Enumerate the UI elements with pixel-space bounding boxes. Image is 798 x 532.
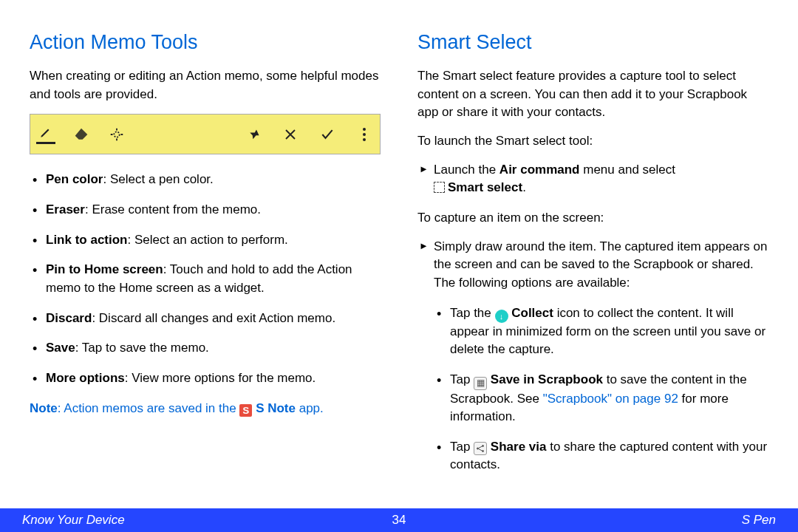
collect-icon: ↓ <box>495 310 508 323</box>
capture-step: Simply draw around the item. The capture… <box>417 238 768 474</box>
list-item: Save: Tap to save the memo. <box>30 339 381 358</box>
pin-icon <box>244 125 263 144</box>
svg-point-2 <box>363 133 366 136</box>
list-item: Discard: Discard all changes and exit Ac… <box>30 310 381 328</box>
list-item: Link to action: Select an action to perf… <box>30 231 381 250</box>
action-memo-list: Pen color: Select a pen color. Eraser: E… <box>30 171 381 387</box>
footer-page-number: 34 <box>392 511 406 530</box>
intro-left: When creating or editing an Action memo,… <box>30 67 381 103</box>
discard-icon <box>281 125 300 144</box>
footer-left: Know Your Device <box>22 511 125 530</box>
scrapbook-link[interactable]: "Scrapbook" on page 92 <box>543 392 678 406</box>
right-column: Smart Select The Smart select feature pr… <box>417 28 768 508</box>
svg-point-4 <box>477 448 479 449</box>
eraser-icon <box>72 125 91 144</box>
more-options-icon <box>355 125 374 144</box>
intro-right: The Smart select feature provides a capt… <box>417 67 768 122</box>
launch-step: Launch the Air command menu and select S… <box>417 161 768 197</box>
left-column: Action Memo Tools When creating or editi… <box>30 28 381 508</box>
smart-select-icon <box>434 182 445 193</box>
list-item: More options: View more options for the … <box>30 369 381 388</box>
svg-point-3 <box>363 138 366 141</box>
list-item: Tap ▦ Save in Scrapbook to save the cont… <box>434 371 768 426</box>
svg-point-0 <box>114 132 119 137</box>
action-memo-toolbar <box>30 114 381 154</box>
capture-label: To capture an item on the screen: <box>417 209 768 228</box>
note-line: Note: Action memos are saved in the S S … <box>30 400 381 418</box>
heading-action-memo: Action Memo Tools <box>30 28 381 57</box>
share-icon <box>474 442 487 455</box>
s-note-icon: S <box>239 404 252 417</box>
svg-point-5 <box>482 445 484 446</box>
link-to-action-icon <box>107 125 126 144</box>
heading-smart-select: Smart Select <box>417 28 768 57</box>
svg-point-1 <box>363 128 366 131</box>
pen-icon <box>36 125 55 144</box>
svg-point-6 <box>482 450 484 451</box>
save-scrapbook-icon: ▦ <box>474 377 487 390</box>
launch-label: To launch the Smart select tool: <box>417 132 768 151</box>
list-item: Tap the ↓ Collect icon to collect the co… <box>434 304 768 359</box>
list-item: Pen color: Select a pen color. <box>30 171 381 189</box>
save-icon <box>318 125 337 144</box>
list-item: Tap Share via to share the captured cont… <box>434 438 768 474</box>
capture-options: Tap the ↓ Collect icon to collect the co… <box>434 304 768 475</box>
list-item: Eraser: Erase content from the memo. <box>30 201 381 219</box>
page-footer: Know Your Device 34 S Pen <box>0 508 798 532</box>
footer-right: S Pen <box>742 511 776 530</box>
list-item: Pin to Home screen: Touch and hold to ad… <box>30 261 381 297</box>
